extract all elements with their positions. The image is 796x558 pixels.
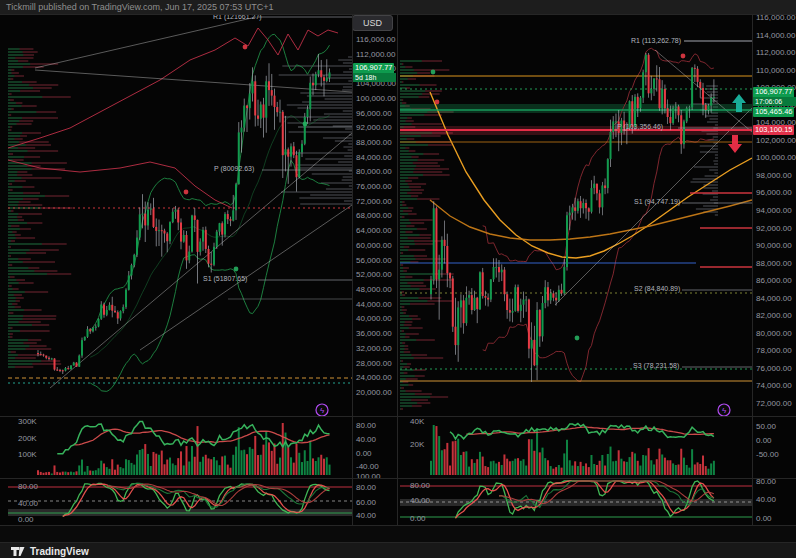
price-tick: 80,000.00: [356, 167, 392, 176]
volume-axis-tick: 200K: [18, 434, 37, 443]
pivot-label: S1 (51807.65): [203, 274, 247, 283]
price-tick: 116,000.00: [356, 35, 395, 44]
daily-stochastic-pane[interactable]: [400, 481, 752, 518]
price-tick: 72,000.00: [756, 399, 792, 408]
price-tick: 52,000.00: [356, 270, 392, 279]
brand-wordmark: TradingView: [30, 546, 89, 557]
charts-canvas[interactable]: ϟϟ: [0, 0, 796, 558]
price-tick: 64,000.00: [356, 226, 392, 235]
pivot-label: S2 (84,840.89): [634, 284, 680, 293]
weekly-publisher-icon[interactable]: ϟ: [316, 404, 328, 416]
volume-axis-tick: 0.00: [356, 449, 372, 458]
volume-axis-tick: 50.00: [756, 422, 776, 431]
daily-volume-pane[interactable]: [430, 424, 715, 475]
price-tick: 98,000.00: [756, 171, 792, 180]
price-tick: 96,000.00: [356, 109, 392, 118]
price-tick: 36,000.00: [356, 329, 392, 338]
pivot-label: P (103,356.46): [617, 122, 663, 131]
osc-axis-tick: 80.00: [410, 481, 430, 490]
price-tick: 72,000.00: [356, 197, 392, 206]
osc-axis-tick: 0.00: [18, 515, 34, 524]
price-tick: 48,000.00: [356, 285, 392, 294]
volume-axis-tick: 80.00: [356, 421, 376, 430]
price-tick: 60,000.00: [356, 241, 392, 250]
price-tick: 76,000.00: [756, 364, 792, 373]
volume-axis-tick: 20K: [410, 440, 424, 449]
osc-axis-tick: 80.00: [18, 482, 38, 491]
price-tick: 84,000.00: [356, 153, 392, 162]
osc-axis-tick: 0.00: [756, 514, 772, 523]
volume-axis-tick: 40.00: [356, 435, 376, 444]
price-tick: 44,000.00: [356, 300, 392, 309]
price-badge: 105,465.46: [753, 107, 794, 117]
price-tick: 102,000.00: [756, 136, 796, 145]
price-tick: 94,000.00: [756, 206, 792, 215]
pivot-label: P (80092.63): [214, 164, 254, 173]
tradingview-published-chart: Tickmill published on TradingView.com, J…: [0, 0, 796, 558]
price-tick: 78,000.00: [756, 346, 792, 355]
volume-axis-tick: 300K: [18, 417, 37, 426]
price-badge: 106,907.775d 18h: [353, 63, 394, 82]
volume-axis-tick: 40K: [410, 417, 424, 426]
price-tick: 24,000.00: [356, 373, 392, 382]
pivot-label: S1 (94,747.19): [634, 197, 680, 206]
price-tick: 76,000.00: [356, 182, 392, 191]
price-tick: 56,000.00: [356, 256, 392, 265]
main-volume-separator[interactable]: [0, 416, 796, 417]
price-tick: 82,000.00: [756, 311, 792, 320]
price-tick: 68,000.00: [356, 211, 392, 220]
osc-axis-tick: 40.00: [410, 496, 430, 505]
price-tick: 100,000.00: [756, 153, 796, 162]
weekly-stochastic-pane[interactable]: [8, 483, 352, 516]
pivot-label: R1 (113,262.78): [631, 36, 681, 45]
volume-axis-tick: 100K: [18, 450, 37, 459]
price-tick: 92,000.00: [356, 123, 392, 132]
price-badge: 103,100.15: [753, 125, 794, 135]
volume-axis-tick: 0.00: [756, 436, 772, 445]
time-axis[interactable]: [0, 525, 796, 543]
volume-axis-tick: -40.00: [356, 462, 379, 471]
price-tick: 90,000.00: [756, 241, 792, 250]
price-badge: 106,907.7717:06:06: [753, 87, 794, 106]
daily-price-pane[interactable]: [400, 41, 752, 410]
price-tick: 28,000.00: [356, 359, 392, 368]
price-tick: 112,000.00: [756, 48, 795, 57]
panel-divider[interactable]: [397, 14, 398, 542]
price-tick: 112,000.00: [356, 50, 395, 59]
pivot-label: S3 (78,231.58): [633, 361, 679, 370]
osc-axis-tick: 100.00: [356, 472, 380, 481]
price-tick: 40,000.00: [356, 314, 392, 323]
right-price-axis-border[interactable]: [752, 14, 753, 542]
price-tick: 100,000.00: [356, 94, 396, 103]
tradingview-logo-icon: [10, 545, 26, 557]
price-tick: 88,000.00: [756, 259, 792, 268]
price-tick: 88,000.00: [356, 138, 392, 147]
price-tick: 84,000.00: [756, 294, 792, 303]
price-tick: 86,000.00: [756, 276, 792, 285]
osc-axis-tick: 0.00: [410, 514, 426, 523]
left-price-axis-border[interactable]: [352, 14, 353, 542]
volume-osc-separator[interactable]: [0, 478, 796, 479]
price-tick: 110,000.00: [756, 66, 795, 75]
osc-axis-tick: 40.00: [18, 499, 38, 508]
price-tick: 114,000.00: [756, 31, 795, 40]
weekly-price-pane[interactable]: [8, 17, 352, 391]
osc-axis-tick: 60.00: [356, 498, 376, 507]
price-tick: 20,000.00: [356, 388, 392, 397]
price-tick: 74,000.00: [756, 381, 792, 390]
volume-axis-tick: -50.00: [756, 450, 779, 459]
osc-axis-tick: 40.00: [756, 495, 776, 504]
price-tick: 96,000.00: [756, 188, 792, 197]
price-tick: 80,000.00: [756, 329, 792, 338]
publish-bar-border: [0, 14, 796, 15]
price-tick: 92,000.00: [756, 224, 792, 233]
daily-publisher-icon[interactable]: ϟ: [718, 404, 730, 416]
weekly-volume-pane[interactable]: [37, 422, 331, 476]
price-tick: 32,000.00: [356, 344, 392, 353]
currency-toggle-button[interactable]: USD: [352, 15, 393, 31]
osc-axis-tick: 40.00: [356, 511, 376, 520]
osc-axis-tick: 80.00: [356, 483, 376, 492]
bottom-brand-bar: TradingView: [0, 542, 796, 558]
